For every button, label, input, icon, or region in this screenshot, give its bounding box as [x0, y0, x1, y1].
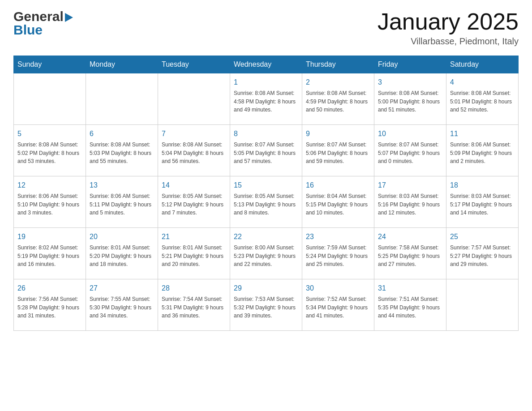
logo-general-text: General [13, 9, 64, 24]
day-number: 15 [234, 180, 298, 191]
calendar-cell [446, 279, 519, 331]
day-number: 25 [450, 231, 515, 242]
calendar-cell: 12Sunrise: 8:06 AM Sunset: 5:10 PM Dayli… [14, 176, 86, 228]
day-info: Sunrise: 8:08 AM Sunset: 4:59 PM Dayligh… [306, 89, 370, 114]
calendar-cell: 22Sunrise: 8:00 AM Sunset: 5:23 PM Dayli… [230, 228, 302, 279]
calendar-cell: 14Sunrise: 8:05 AM Sunset: 5:12 PM Dayli… [158, 176, 230, 228]
day-info: Sunrise: 7:54 AM Sunset: 5:31 PM Dayligh… [162, 295, 226, 320]
day-number: 30 [306, 283, 370, 294]
calendar-cell: 28Sunrise: 7:54 AM Sunset: 5:31 PM Dayli… [158, 279, 230, 331]
calendar-cell: 3Sunrise: 8:08 AM Sunset: 5:00 PM Daylig… [374, 73, 446, 125]
calendar-cell: 30Sunrise: 7:52 AM Sunset: 5:34 PM Dayli… [302, 279, 374, 331]
day-info: Sunrise: 8:03 AM Sunset: 5:17 PM Dayligh… [450, 192, 515, 217]
day-info: Sunrise: 8:08 AM Sunset: 4:58 PM Dayligh… [234, 89, 298, 114]
calendar-cell: 8Sunrise: 8:07 AM Sunset: 5:05 PM Daylig… [230, 125, 302, 176]
day-info: Sunrise: 8:01 AM Sunset: 5:21 PM Dayligh… [162, 244, 226, 269]
calendar-cell: 19Sunrise: 8:02 AM Sunset: 5:19 PM Dayli… [14, 228, 86, 279]
day-number: 4 [450, 77, 515, 88]
day-info: Sunrise: 7:56 AM Sunset: 5:28 PM Dayligh… [17, 295, 82, 320]
day-number: 28 [162, 283, 226, 294]
day-info: Sunrise: 7:53 AM Sunset: 5:32 PM Dayligh… [234, 295, 298, 320]
day-info: Sunrise: 7:52 AM Sunset: 5:34 PM Dayligh… [306, 295, 370, 320]
calendar-cell: 27Sunrise: 7:55 AM Sunset: 5:30 PM Dayli… [86, 279, 158, 331]
day-number: 10 [378, 128, 442, 139]
calendar-table: SundayMondayTuesdayWednesdayThursdayFrid… [13, 56, 519, 331]
calendar-cell: 7Sunrise: 8:08 AM Sunset: 5:04 PM Daylig… [158, 125, 230, 176]
calendar-cell: 29Sunrise: 7:53 AM Sunset: 5:32 PM Dayli… [230, 279, 302, 331]
calendar-cell: 9Sunrise: 8:07 AM Sunset: 5:06 PM Daylig… [302, 125, 374, 176]
calendar-cell: 6Sunrise: 8:08 AM Sunset: 5:03 PM Daylig… [86, 125, 158, 176]
day-info: Sunrise: 8:08 AM Sunset: 5:02 PM Dayligh… [17, 141, 82, 166]
day-info: Sunrise: 8:08 AM Sunset: 5:00 PM Dayligh… [378, 89, 442, 114]
day-info: Sunrise: 8:08 AM Sunset: 5:03 PM Dayligh… [90, 141, 154, 166]
day-info: Sunrise: 8:06 AM Sunset: 5:10 PM Dayligh… [17, 192, 82, 217]
calendar-subtitle: Villarbasse, Piedmont, Italy [378, 36, 519, 47]
day-info: Sunrise: 7:59 AM Sunset: 5:24 PM Dayligh… [306, 244, 370, 269]
day-number: 31 [378, 283, 442, 294]
day-number: 14 [162, 180, 226, 191]
calendar-cell [14, 73, 86, 125]
calendar-header-row: SundayMondayTuesdayWednesdayThursdayFrid… [14, 56, 519, 73]
column-header-tuesday: Tuesday [158, 56, 230, 73]
day-info: Sunrise: 8:07 AM Sunset: 5:07 PM Dayligh… [378, 141, 442, 166]
calendar-cell: 31Sunrise: 7:51 AM Sunset: 5:35 PM Dayli… [374, 279, 446, 331]
day-info: Sunrise: 7:51 AM Sunset: 5:35 PM Dayligh… [378, 295, 442, 320]
calendar-cell: 24Sunrise: 7:58 AM Sunset: 5:25 PM Dayli… [374, 228, 446, 279]
day-info: Sunrise: 7:58 AM Sunset: 5:25 PM Dayligh… [378, 244, 442, 269]
day-number: 29 [234, 283, 298, 294]
column-header-monday: Monday [86, 56, 158, 73]
column-header-wednesday: Wednesday [230, 56, 302, 73]
calendar-cell: 15Sunrise: 8:05 AM Sunset: 5:13 PM Dayli… [230, 176, 302, 228]
day-number: 18 [450, 180, 515, 191]
column-header-friday: Friday [374, 56, 446, 73]
day-number: 3 [378, 77, 442, 88]
calendar-cell: 11Sunrise: 8:06 AM Sunset: 5:09 PM Dayli… [446, 125, 519, 176]
day-number: 22 [234, 231, 298, 242]
column-header-thursday: Thursday [302, 56, 374, 73]
day-number: 12 [17, 180, 82, 191]
day-info: Sunrise: 8:07 AM Sunset: 5:05 PM Dayligh… [234, 141, 298, 166]
title-section: January 2025 Villarbasse, Piedmont, Ital… [378, 9, 519, 47]
column-header-saturday: Saturday [446, 56, 519, 73]
calendar-week-row: 12Sunrise: 8:06 AM Sunset: 5:10 PM Dayli… [14, 176, 519, 228]
day-info: Sunrise: 8:08 AM Sunset: 5:04 PM Dayligh… [162, 141, 226, 166]
day-info: Sunrise: 7:55 AM Sunset: 5:30 PM Dayligh… [90, 295, 154, 320]
calendar-cell: 17Sunrise: 8:03 AM Sunset: 5:16 PM Dayli… [374, 176, 446, 228]
calendar-week-row: 5Sunrise: 8:08 AM Sunset: 5:02 PM Daylig… [14, 125, 519, 176]
calendar-cell: 16Sunrise: 8:04 AM Sunset: 5:15 PM Dayli… [302, 176, 374, 228]
day-info: Sunrise: 7:57 AM Sunset: 5:27 PM Dayligh… [450, 244, 515, 269]
day-number: 27 [90, 283, 154, 294]
day-info: Sunrise: 8:04 AM Sunset: 5:15 PM Dayligh… [306, 192, 370, 217]
calendar-cell: 25Sunrise: 7:57 AM Sunset: 5:27 PM Dayli… [446, 228, 519, 279]
calendar-week-row: 26Sunrise: 7:56 AM Sunset: 5:28 PM Dayli… [14, 279, 519, 331]
day-info: Sunrise: 8:08 AM Sunset: 5:01 PM Dayligh… [450, 89, 515, 114]
day-number: 21 [162, 231, 226, 242]
calendar-cell: 13Sunrise: 8:06 AM Sunset: 5:11 PM Dayli… [86, 176, 158, 228]
day-number: 6 [90, 128, 154, 139]
day-number: 13 [90, 180, 154, 191]
calendar-cell: 10Sunrise: 8:07 AM Sunset: 5:07 PM Dayli… [374, 125, 446, 176]
calendar-cell: 26Sunrise: 7:56 AM Sunset: 5:28 PM Dayli… [14, 279, 86, 331]
calendar-cell: 23Sunrise: 7:59 AM Sunset: 5:24 PM Dayli… [302, 228, 374, 279]
day-number: 17 [378, 180, 442, 191]
day-number: 19 [17, 231, 82, 242]
logo-blue-text: Blue [13, 22, 73, 38]
day-info: Sunrise: 8:06 AM Sunset: 5:09 PM Dayligh… [450, 141, 515, 166]
calendar-cell [158, 73, 230, 125]
column-header-sunday: Sunday [14, 56, 86, 73]
day-info: Sunrise: 8:01 AM Sunset: 5:20 PM Dayligh… [90, 244, 154, 269]
calendar-week-row: 19Sunrise: 8:02 AM Sunset: 5:19 PM Dayli… [14, 228, 519, 279]
day-number: 7 [162, 128, 226, 139]
day-info: Sunrise: 8:07 AM Sunset: 5:06 PM Dayligh… [306, 141, 370, 166]
logo-chevron-icon [65, 13, 73, 22]
calendar-cell: 4Sunrise: 8:08 AM Sunset: 5:01 PM Daylig… [446, 73, 519, 125]
day-info: Sunrise: 8:03 AM Sunset: 5:16 PM Dayligh… [378, 192, 442, 217]
page-header: General Blue January 2025 Villarbasse, P… [13, 9, 519, 47]
calendar-week-row: 1Sunrise: 8:08 AM Sunset: 4:58 PM Daylig… [14, 73, 519, 125]
logo: General Blue [13, 9, 73, 38]
calendar-cell [86, 73, 158, 125]
day-number: 11 [450, 128, 515, 139]
day-number: 1 [234, 77, 298, 88]
day-number: 8 [234, 128, 298, 139]
day-number: 16 [306, 180, 370, 191]
